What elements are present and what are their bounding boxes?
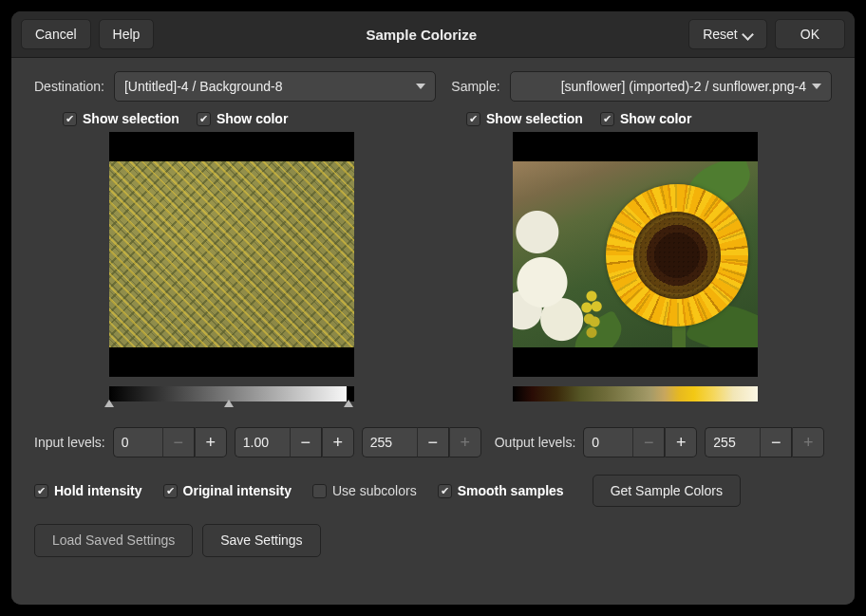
destination-label: Destination: <box>34 79 104 94</box>
checkbox-icon <box>438 484 452 498</box>
hold-intensity-check[interactable]: Hold intensity <box>34 483 142 498</box>
output-low-field[interactable] <box>583 427 632 457</box>
slider-thumb-low[interactable] <box>104 400 114 407</box>
use-subcolors-label: Use subcolors <box>332 483 417 498</box>
levels-row: Input levels: − + − + − + Output levels:… <box>34 427 832 457</box>
ok-button[interactable]: OK <box>775 19 845 49</box>
original-intensity-label: Original intensity <box>183 483 292 498</box>
dialog-title: Sample Colorize <box>154 27 688 43</box>
sample-panel: Show selection Show color <box>438 111 832 412</box>
titlebar: Cancel Help Sample Colorize Reset OK <box>11 11 855 58</box>
hold-intensity-label: Hold intensity <box>54 483 142 498</box>
minus-icon[interactable]: − <box>417 427 449 457</box>
checkbox-icon <box>312 484 327 498</box>
smooth-samples-label: Smooth samples <box>458 483 564 498</box>
plus-icon[interactable]: + <box>792 427 824 457</box>
sample-image <box>513 161 758 347</box>
input-high-field[interactable] <box>362 427 417 457</box>
destination-combo-text: [Untitled]-4 / Background-8 <box>124 79 283 94</box>
plus-icon[interactable]: + <box>322 427 354 457</box>
minus-icon[interactable]: − <box>290 427 322 457</box>
destination-combo[interactable]: [Untitled]-4 / Background-8 <box>114 71 436 102</box>
load-settings-button[interactable]: Load Saved Settings <box>34 524 193 556</box>
checkbox-icon <box>197 112 211 126</box>
dialog-window: Cancel Help Sample Colorize Reset OK Des… <box>11 11 855 605</box>
destination-image <box>109 161 354 347</box>
options-row: Hold intensity Original intensity Use su… <box>34 475 832 507</box>
get-sample-colors-button[interactable]: Get Sample Colors <box>593 475 741 507</box>
sample-preview[interactable] <box>513 132 758 377</box>
input-levels-slider[interactable] <box>109 402 354 412</box>
input-low-spin: − + <box>113 427 227 457</box>
help-button[interactable]: Help <box>99 19 155 49</box>
triangle-down-icon <box>812 84 821 89</box>
destination-preview[interactable] <box>109 132 354 377</box>
smooth-samples-check[interactable]: Smooth samples <box>438 483 564 498</box>
checkbox-icon <box>63 112 77 126</box>
output-high-field[interactable] <box>705 427 760 457</box>
sample-gradient[interactable] <box>513 386 758 401</box>
sample-label: Sample: <box>451 79 499 94</box>
plus-icon[interactable]: + <box>195 427 227 457</box>
sample-show-selection-check[interactable]: Show selection <box>466 111 583 126</box>
checkbox-icon <box>163 484 178 498</box>
save-settings-button[interactable]: Save Settings <box>202 524 320 556</box>
input-gamma-field[interactable] <box>235 427 290 457</box>
cancel-button[interactable]: Cancel <box>21 19 91 49</box>
original-intensity-check[interactable]: Original intensity <box>163 483 292 498</box>
destination-panel: Show selection Show color <box>34 111 428 412</box>
input-high-spin: − + <box>362 427 481 457</box>
output-levels-label: Output levels: <box>495 435 576 450</box>
sample-show-color-label: Show color <box>620 111 691 126</box>
preview-panels: Show selection Show color <box>34 111 832 412</box>
sample-gradient-track <box>513 402 758 412</box>
checkbox-icon <box>600 112 614 126</box>
minus-icon[interactable]: − <box>632 427 665 457</box>
dest-show-color-label: Show color <box>216 111 288 126</box>
triangle-down-icon <box>416 84 425 89</box>
combo-row: Destination: [Untitled]-4 / Background-8… <box>34 71 832 102</box>
plus-icon[interactable]: + <box>665 427 697 457</box>
sample-combo[interactable]: [sunflower] (imported)-2 / sunflower.png… <box>510 71 832 102</box>
input-levels-label: Input levels: <box>34 435 105 450</box>
dest-show-selection-label: Show selection <box>83 111 179 126</box>
minus-icon[interactable]: − <box>760 427 792 457</box>
checkbox-icon <box>34 484 48 498</box>
slider-thumb-high[interactable] <box>344 400 353 407</box>
sample-show-color-check[interactable]: Show color <box>600 111 691 126</box>
use-subcolors-check[interactable]: Use subcolors <box>312 483 417 498</box>
chevron-down-icon <box>744 29 753 39</box>
plus-icon[interactable]: + <box>449 427 481 457</box>
checkbox-icon <box>466 112 480 126</box>
output-low-spin: − + <box>583 427 697 457</box>
minus-icon[interactable]: − <box>162 427 195 457</box>
dest-show-color-check[interactable]: Show color <box>197 111 288 126</box>
sample-show-selection-label: Show selection <box>486 111 583 126</box>
reset-label: Reset <box>703 26 738 43</box>
bottom-row: Load Saved Settings Save Settings <box>34 524 832 556</box>
sample-combo-text: [sunflower] (imported)-2 / sunflower.png… <box>520 79 812 94</box>
input-low-field[interactable] <box>113 427 162 457</box>
reset-button[interactable]: Reset <box>688 19 767 49</box>
slider-thumb-gamma[interactable] <box>224 400 234 407</box>
input-gamma-spin: − + <box>235 427 354 457</box>
dialog-content: Destination: [Untitled]-4 / Background-8… <box>11 58 855 605</box>
output-high-spin: − + <box>705 427 824 457</box>
dest-show-selection-check[interactable]: Show selection <box>63 111 179 126</box>
